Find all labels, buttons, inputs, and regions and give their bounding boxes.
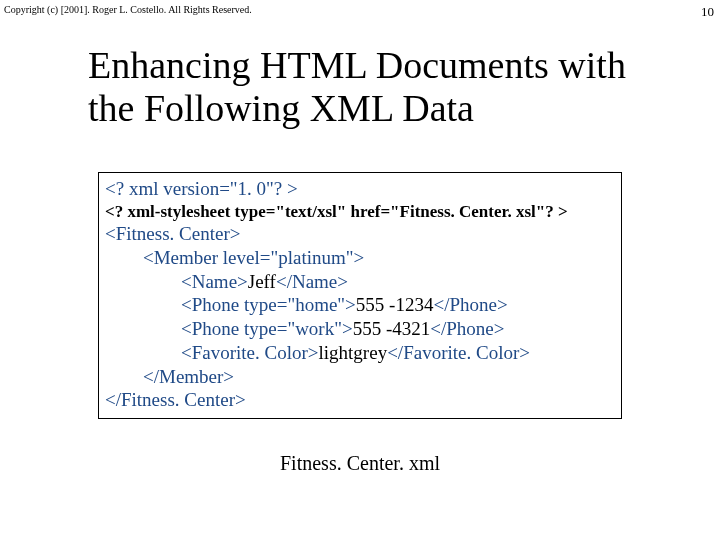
code-line: <? xml version="1. 0"? > [105, 177, 615, 201]
code-line: <Name>Jeff</Name> [105, 270, 615, 294]
code-line: <Favorite. Color>lightgrey</Favorite. Co… [105, 341, 615, 365]
code-line: <Phone type="home">555 -1234</Phone> [105, 293, 615, 317]
code-line: </Fitness. Center> [105, 388, 615, 412]
code-line: <Member level="platinum"> [105, 246, 615, 270]
xml-code-block: <? xml version="1. 0"? > <? xml-styleshe… [98, 172, 622, 419]
code-line: </Member> [105, 365, 615, 389]
code-line: <? xml-stylesheet type="text/xsl" href="… [105, 201, 615, 222]
slide-title: Enhancing HTML Documents with the Follow… [88, 44, 680, 129]
page-number: 10 [701, 4, 714, 20]
copyright-text: Copyright (c) [2001]. Roger L. Costello.… [4, 4, 252, 15]
code-caption: Fitness. Center. xml [0, 452, 720, 475]
code-line: <Fitness. Center> [105, 222, 615, 246]
code-line: <Phone type="work">555 -4321</Phone> [105, 317, 615, 341]
